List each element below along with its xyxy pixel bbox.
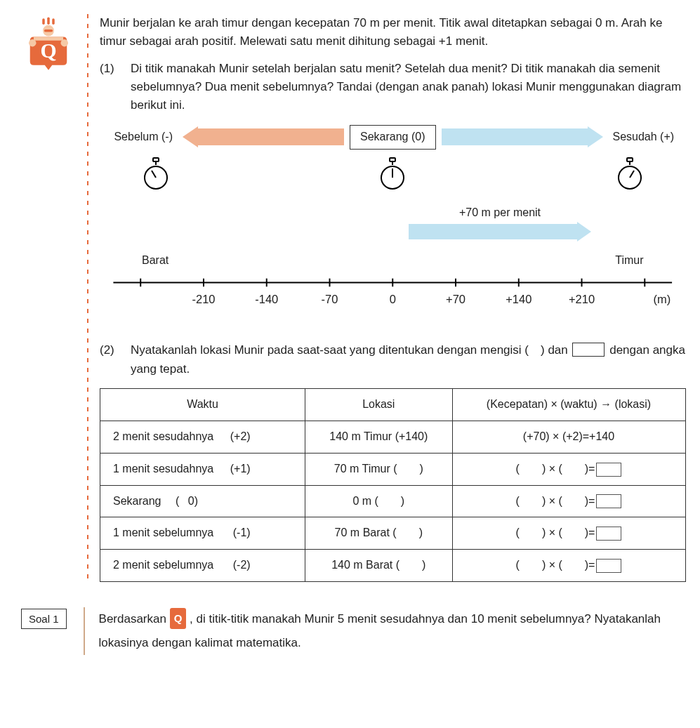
label-east: Timur bbox=[615, 252, 643, 270]
q-badge-icon: Q bbox=[21, 15, 76, 72]
svg-rect-2 bbox=[52, 18, 55, 25]
question-content: Munir berjalan ke arah timur dengan kece… bbox=[100, 14, 686, 582]
soal-1-pre: Berdasarkan bbox=[99, 612, 170, 626]
table-header-time: Waktu bbox=[100, 389, 305, 421]
svg-text:0: 0 bbox=[390, 293, 396, 305]
svg-text:(m): (m) bbox=[653, 293, 671, 305]
svg-line-19 bbox=[630, 171, 634, 178]
table-row: Sekarang ( 0)0 m ( )( ) × ( )= bbox=[100, 485, 686, 517]
blank-box-icon bbox=[572, 343, 605, 357]
cell-time: 2 menit sesudahnya (+2) bbox=[100, 421, 305, 453]
svg-rect-8 bbox=[153, 158, 159, 161]
arrow-left-icon bbox=[183, 128, 344, 145]
subquestion-2-number: (2) bbox=[100, 341, 131, 378]
cell-location: 140 m Timur (+140) bbox=[305, 421, 452, 453]
subquestion-2-text-a: Nyatakanlah lokasi Munir pada saat-saat … bbox=[131, 343, 571, 357]
cell-equation: ( ) × ( )= bbox=[452, 453, 685, 485]
svg-rect-12 bbox=[390, 158, 395, 161]
speed-arrow-icon bbox=[409, 224, 591, 239]
blank-box-icon bbox=[596, 559, 621, 573]
svg-rect-1 bbox=[47, 17, 50, 25]
svg-text:+70: +70 bbox=[446, 293, 465, 305]
location-table: Waktu Lokasi (Kecepatan) × (waktu) → (lo… bbox=[100, 388, 686, 582]
blank-box-icon bbox=[596, 494, 621, 508]
svg-rect-0 bbox=[42, 18, 45, 25]
soal-1-block: Soal 1 Berdasarkan Q , di titik-titik ma… bbox=[21, 607, 679, 655]
cell-location: 70 m Timur ( ) bbox=[305, 453, 452, 485]
dashed-side-bar bbox=[83, 14, 93, 582]
svg-rect-4 bbox=[44, 29, 53, 32]
table-header-equation: (Kecepatan) × (waktu) → (lokasi) bbox=[452, 389, 685, 421]
cell-location: 140 m Barat ( ) bbox=[305, 550, 452, 582]
soal-1-label: Soal 1 bbox=[21, 609, 67, 629]
intro-paragraph: Munir berjalan ke arah timur dengan kece… bbox=[100, 14, 686, 51]
table-row: 1 menit sebelumnya (-1)70 m Barat ( )( )… bbox=[100, 517, 686, 550]
cell-equation: (+70) × (+2)=+140 bbox=[452, 421, 685, 453]
question-q-block: Q Munir berjalan ke arah timur dengan ke… bbox=[21, 14, 679, 582]
label-west: Barat bbox=[142, 252, 169, 270]
subquestion-1-number: (1) bbox=[100, 60, 131, 115]
speed-label: +70 m per menit bbox=[409, 204, 591, 222]
cell-time: 1 menit sesudahnya (+1) bbox=[100, 453, 305, 485]
subquestion-1-text: Di titik manakah Munir setelah berjalan … bbox=[131, 60, 686, 115]
cell-time: 2 menit sebelumnya (-2) bbox=[100, 550, 305, 582]
svg-point-6 bbox=[29, 39, 37, 47]
stopwatch-icon bbox=[142, 157, 170, 192]
cell-time: 1 menit sebelumnya (-1) bbox=[100, 517, 305, 550]
stopwatch-icon bbox=[616, 157, 644, 192]
cell-equation: ( ) × ( )= bbox=[452, 485, 685, 517]
svg-text:-210: -210 bbox=[192, 293, 215, 305]
time-direction-diagram: Sebelum (-) Sekarang (0) Sesudah (+) bbox=[100, 125, 686, 192]
stopwatch-icon bbox=[378, 157, 407, 192]
cell-equation: ( ) × ( )= bbox=[452, 550, 685, 582]
number-line-svg: -210-140-700+70+140+210(m) bbox=[100, 272, 686, 315]
svg-text:-70: -70 bbox=[322, 293, 338, 305]
speed-arrow-block: +70 m per menit bbox=[100, 204, 686, 240]
label-now: Sekarang (0) bbox=[350, 125, 436, 150]
table-header-location: Lokasi bbox=[305, 389, 452, 421]
subquestion-1: (1) Di titik manakah Munir setelah berja… bbox=[100, 60, 686, 115]
arrow-right-icon bbox=[442, 128, 603, 145]
svg-text:-140: -140 bbox=[255, 293, 278, 305]
svg-point-7 bbox=[61, 39, 69, 47]
subquestion-2: (2) Nyatakanlah lokasi Munir pada saat-s… bbox=[100, 341, 686, 378]
cell-location: 70 m Barat ( ) bbox=[305, 517, 452, 550]
soal-1-text: Berdasarkan Q , di titik-titik manakah M… bbox=[99, 607, 679, 655]
table-row: 2 menit sebelumnya (-2)140 m Barat ( )( … bbox=[100, 550, 686, 582]
label-before: Sebelum (-) bbox=[100, 128, 177, 146]
table-row: 2 menit sesudahnya (+2)140 m Timur (+140… bbox=[100, 421, 686, 453]
blank-box-icon bbox=[596, 527, 621, 541]
soal-side-bar bbox=[84, 607, 85, 655]
table-row: 1 menit sesudahnya (+1)70 m Timur ( )( )… bbox=[100, 453, 686, 485]
cell-equation: ( ) × ( )= bbox=[452, 517, 685, 550]
cell-time: Sekarang ( 0) bbox=[100, 485, 305, 517]
svg-text:+140: +140 bbox=[506, 293, 531, 305]
svg-line-11 bbox=[152, 171, 156, 178]
label-after: Sesudah (+) bbox=[609, 128, 686, 146]
subquestion-2-text: Nyatakanlah lokasi Munir pada saat-saat … bbox=[131, 341, 686, 378]
svg-text:Q: Q bbox=[40, 39, 56, 62]
svg-rect-16 bbox=[627, 158, 633, 161]
q-chip-icon: Q bbox=[170, 608, 187, 629]
blank-box-icon bbox=[596, 463, 621, 477]
cell-location: 0 m ( ) bbox=[305, 485, 452, 517]
number-line-diagram: Barat Timur -210-140-700+70+140+210(m) bbox=[100, 252, 686, 320]
svg-text:+210: +210 bbox=[569, 293, 595, 305]
